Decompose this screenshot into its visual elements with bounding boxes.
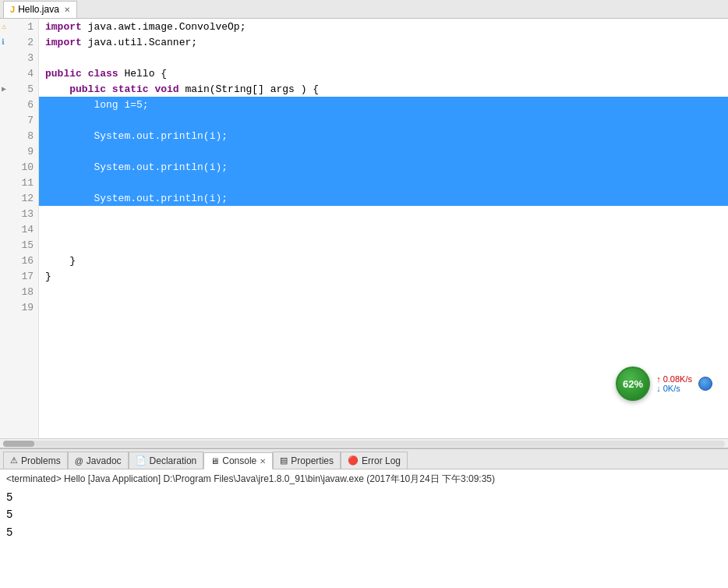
line-number-12: 12 — [0, 190, 38, 206]
console-output: 555 — [6, 489, 722, 541]
problems-tab-icon: ⚠ — [10, 455, 18, 466]
console-tab-label: Console — [222, 455, 256, 466]
code-line[interactable]: long i=5; — [39, 97, 728, 112]
code-line[interactable] — [39, 50, 728, 66]
code-line[interactable] — [39, 299, 728, 315]
code-line[interactable] — [39, 112, 728, 128]
plain-token: Hello { — [118, 68, 167, 80]
plain-token: } — [45, 255, 76, 267]
download-speed: ↓ 0K/s — [656, 384, 692, 393]
line-number-19: 19 — [0, 299, 38, 315]
line-number-5: ▶5 — [0, 81, 38, 97]
problems-tab-label: Problems — [21, 455, 61, 466]
gutter-info-icon: ℹ — [2, 37, 5, 47]
keyword-token: static — [112, 83, 149, 95]
panel-tab-declaration[interactable]: 📄Declaration — [129, 452, 204, 469]
code-line[interactable] — [39, 237, 728, 253]
code-line[interactable]: import java.awt.image.ConvolveOp; — [39, 19, 728, 34]
line-number-7: 7 — [0, 112, 38, 128]
keyword-token: import — [45, 21, 82, 33]
down-arrow-icon: ↓ — [656, 384, 663, 393]
horizontal-scrollbar-area[interactable] — [0, 438, 728, 448]
panel-tab-problems[interactable]: ⚠Problems — [3, 452, 68, 469]
code-line[interactable]: import java.util.Scanner; — [39, 34, 728, 50]
panel-tab-console[interactable]: 🖥Console✕ — [203, 452, 273, 469]
errorlog-tab-icon: 🔴 — [348, 455, 359, 466]
upload-speed: ↑ 0.08K/s — [656, 374, 692, 384]
bottom-panel: ⚠Problems@Javadoc📄Declaration🖥Console✕▤P… — [0, 448, 728, 588]
line-number-13: 13 — [0, 206, 38, 221]
line-number-10: 10 — [0, 159, 38, 175]
code-line[interactable]: } — [39, 268, 728, 284]
line-number-1: ⚠1 — [0, 19, 38, 34]
plain-token — [106, 83, 112, 95]
plain-token — [149, 83, 155, 95]
panel-tab-errorlog[interactable]: 🔴Error Log — [341, 452, 408, 469]
editor-tab-hello-java[interactable]: J Hello.java ✕ — [3, 1, 77, 18]
editor-tab-bar: J Hello.java ✕ — [0, 0, 728, 19]
code-lines: import java.awt.image.ConvolveOp;import … — [39, 19, 728, 315]
cpu-percent-label: 62% — [623, 378, 643, 390]
horizontal-scrollbar[interactable] — [3, 441, 725, 447]
console-tab-close-icon[interactable]: ✕ — [260, 457, 266, 466]
panel-tab-properties[interactable]: ▤Properties — [273, 452, 341, 469]
line-number-18: 18 — [0, 284, 38, 299]
keyword-token: public — [45, 68, 82, 80]
line-number-14: 14 — [0, 221, 38, 237]
tab-close-icon[interactable]: ✕ — [64, 5, 70, 14]
code-line[interactable]: System.out.println(i); — [39, 159, 728, 175]
code-line[interactable] — [39, 221, 728, 237]
console-panel-content[interactable]: <terminated> Hello [Java Application] D:… — [0, 469, 728, 588]
panel-tab-javadoc[interactable]: @Javadoc — [68, 452, 129, 469]
line-number-16: 16 — [0, 253, 38, 268]
console-output-line: 5 — [6, 524, 722, 541]
plain-token — [82, 68, 88, 80]
properties-tab-icon: ▤ — [280, 455, 288, 466]
editor-area: ⚠1ℹ234▶5678910111213141516171819 import … — [0, 19, 728, 448]
line-numbers: ⚠1ℹ234▶5678910111213141516171819 — [0, 19, 39, 438]
line-number-11: 11 — [0, 175, 38, 190]
line-number-9: 9 — [0, 143, 38, 159]
console-tab-icon: 🖥 — [210, 456, 219, 466]
code-line[interactable]: public static void main(String[] args ) … — [39, 81, 728, 97]
console-header: <terminated> Hello [Java Application] D:… — [6, 473, 722, 486]
gutter-warning-icon: ⚠ — [2, 22, 6, 31]
code-line[interactable] — [39, 284, 728, 299]
line-number-6: 6 — [0, 97, 38, 112]
code-line[interactable]: } — [39, 253, 728, 268]
code-line[interactable]: public class Hello { — [39, 66, 728, 81]
code-line[interactable] — [39, 143, 728, 159]
network-widget: 62% ↑ 0.08K/s ↓ 0K/s — [616, 367, 712, 401]
code-line[interactable] — [39, 206, 728, 221]
line-number-8: 8 — [0, 128, 38, 143]
network-icon — [698, 377, 712, 391]
plain-token: java.awt.image.ConvolveOp; — [82, 21, 246, 33]
plain-token: } — [45, 271, 51, 282]
keyword-token: public — [45, 83, 106, 95]
properties-tab-label: Properties — [291, 455, 334, 466]
console-output-line: 5 — [6, 506, 722, 523]
line-number-17: 17 — [0, 268, 38, 284]
console-output-line: 5 — [6, 489, 722, 506]
keyword-token: void — [154, 83, 178, 95]
line-number-15: 15 — [0, 237, 38, 253]
code-line[interactable]: System.out.println(i); — [39, 128, 728, 143]
line-number-3: 3 — [0, 50, 38, 66]
declaration-tab-icon: 📄 — [136, 455, 147, 466]
plain-token: main(String[] args ) { — [179, 83, 319, 95]
cpu-usage-circle: 62% — [616, 367, 650, 401]
code-line[interactable] — [39, 175, 728, 190]
keyword-token: import — [45, 37, 82, 48]
plain-token: java.util.Scanner; — [82, 37, 197, 48]
network-stats: ↑ 0.08K/s ↓ 0K/s — [653, 373, 695, 395]
line-number-2: ℹ2 — [0, 34, 38, 50]
up-arrow-icon: ↑ — [656, 374, 663, 384]
declaration-tab-label: Declaration — [150, 455, 197, 466]
scrollbar-thumb[interactable] — [3, 441, 34, 447]
keyword-token: class — [88, 68, 118, 80]
errorlog-tab-label: Error Log — [362, 455, 401, 466]
code-line[interactable]: System.out.println(i); — [39, 190, 728, 206]
gutter-arrow-icon: ▶ — [2, 84, 6, 94]
editor-tab-label: Hello.java — [18, 4, 59, 15]
javadoc-tab-icon: @ — [75, 456, 83, 466]
